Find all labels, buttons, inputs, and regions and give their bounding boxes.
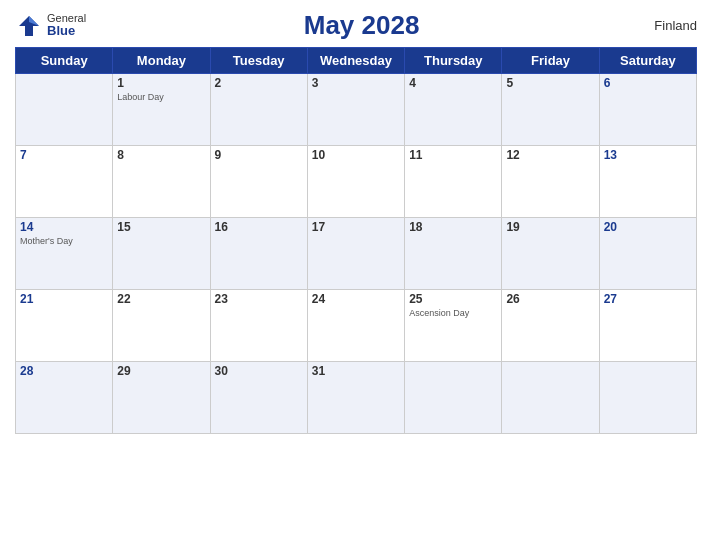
day-cell: 1Labour Day xyxy=(113,74,210,146)
day-number: 14 xyxy=(20,220,108,234)
day-cell: 18 xyxy=(405,218,502,290)
day-cell: 15 xyxy=(113,218,210,290)
day-number: 24 xyxy=(312,292,400,306)
day-number: 1 xyxy=(117,76,205,90)
day-cell xyxy=(16,74,113,146)
week-row-2: 14Mother's Day151617181920 xyxy=(16,218,697,290)
holiday-label: Ascension Day xyxy=(409,308,497,318)
header-saturday: Saturday xyxy=(599,48,696,74)
day-number: 3 xyxy=(312,76,400,90)
day-number: 23 xyxy=(215,292,303,306)
day-cell: 28 xyxy=(16,362,113,434)
week-row-1: 78910111213 xyxy=(16,146,697,218)
week-row-0: 1Labour Day23456 xyxy=(16,74,697,146)
day-cell: 11 xyxy=(405,146,502,218)
day-number: 15 xyxy=(117,220,205,234)
calendar-table: Sunday Monday Tuesday Wednesday Thursday… xyxy=(15,47,697,434)
day-number: 17 xyxy=(312,220,400,234)
day-number: 31 xyxy=(312,364,400,378)
day-cell: 17 xyxy=(307,218,404,290)
day-number: 13 xyxy=(604,148,692,162)
day-cell: 8 xyxy=(113,146,210,218)
header: General Blue May 2028 Finland xyxy=(15,10,697,41)
day-cell: 6 xyxy=(599,74,696,146)
day-number: 19 xyxy=(506,220,594,234)
day-cell: 9 xyxy=(210,146,307,218)
day-cell: 24 xyxy=(307,290,404,362)
day-number: 16 xyxy=(215,220,303,234)
day-cell: 4 xyxy=(405,74,502,146)
day-cell: 5 xyxy=(502,74,599,146)
calendar-page: General Blue May 2028 Finland Sunday Mon… xyxy=(0,0,712,550)
day-cell: 27 xyxy=(599,290,696,362)
day-number: 11 xyxy=(409,148,497,162)
day-cell: 20 xyxy=(599,218,696,290)
holiday-label: Mother's Day xyxy=(20,236,108,246)
day-number: 26 xyxy=(506,292,594,306)
day-cell xyxy=(405,362,502,434)
day-number: 5 xyxy=(506,76,594,90)
day-number: 27 xyxy=(604,292,692,306)
holiday-label: Labour Day xyxy=(117,92,205,102)
day-cell: 29 xyxy=(113,362,210,434)
day-cell: 12 xyxy=(502,146,599,218)
day-number: 2 xyxy=(215,76,303,90)
day-number: 9 xyxy=(215,148,303,162)
header-monday: Monday xyxy=(113,48,210,74)
logo-icon xyxy=(15,12,43,40)
header-thursday: Thursday xyxy=(405,48,502,74)
day-number: 25 xyxy=(409,292,497,306)
week-row-4: 28293031 xyxy=(16,362,697,434)
calendar-title: May 2028 xyxy=(86,10,637,41)
day-number: 22 xyxy=(117,292,205,306)
day-cell: 16 xyxy=(210,218,307,290)
day-number: 4 xyxy=(409,76,497,90)
day-cell: 14Mother's Day xyxy=(16,218,113,290)
day-cell: 21 xyxy=(16,290,113,362)
day-number: 6 xyxy=(604,76,692,90)
day-cell: 13 xyxy=(599,146,696,218)
day-cell: 19 xyxy=(502,218,599,290)
day-number: 28 xyxy=(20,364,108,378)
day-number: 20 xyxy=(604,220,692,234)
week-row-3: 2122232425Ascension Day2627 xyxy=(16,290,697,362)
weekday-header-row: Sunday Monday Tuesday Wednesday Thursday… xyxy=(16,48,697,74)
day-cell xyxy=(599,362,696,434)
day-cell: 26 xyxy=(502,290,599,362)
day-cell: 2 xyxy=(210,74,307,146)
day-cell xyxy=(502,362,599,434)
country-label: Finland xyxy=(637,18,697,33)
day-cell: 7 xyxy=(16,146,113,218)
day-number: 30 xyxy=(215,364,303,378)
day-cell: 30 xyxy=(210,362,307,434)
day-cell: 3 xyxy=(307,74,404,146)
header-sunday: Sunday xyxy=(16,48,113,74)
header-wednesday: Wednesday xyxy=(307,48,404,74)
header-friday: Friday xyxy=(502,48,599,74)
day-number: 21 xyxy=(20,292,108,306)
day-cell: 25Ascension Day xyxy=(405,290,502,362)
day-cell: 22 xyxy=(113,290,210,362)
header-tuesday: Tuesday xyxy=(210,48,307,74)
day-number: 7 xyxy=(20,148,108,162)
day-cell: 23 xyxy=(210,290,307,362)
logo: General Blue xyxy=(15,12,86,40)
day-number: 29 xyxy=(117,364,205,378)
day-number: 12 xyxy=(506,148,594,162)
day-cell: 31 xyxy=(307,362,404,434)
day-number: 8 xyxy=(117,148,205,162)
day-cell: 10 xyxy=(307,146,404,218)
day-number: 18 xyxy=(409,220,497,234)
logo-blue: Blue xyxy=(47,24,86,38)
day-number: 10 xyxy=(312,148,400,162)
logo-text: General Blue xyxy=(47,12,86,38)
